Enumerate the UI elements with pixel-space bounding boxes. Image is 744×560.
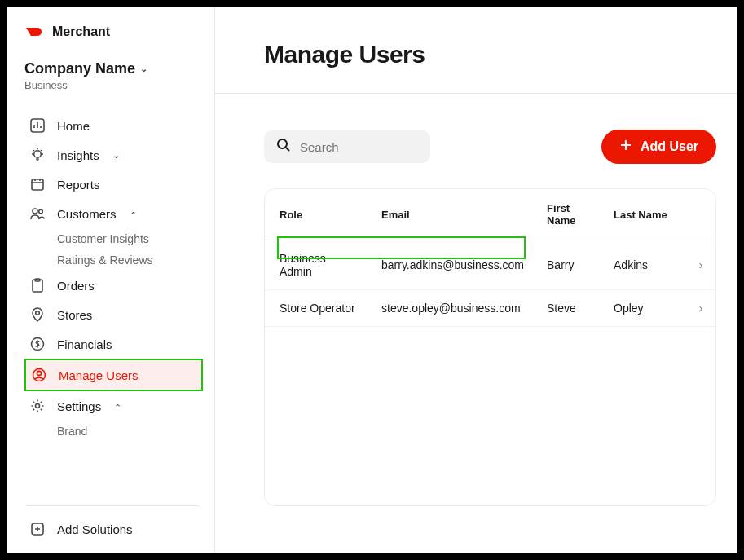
company-type-label: Business [24,79,214,91]
gear-icon [29,398,46,414]
sidebar-item-financials[interactable]: Financials [24,329,203,359]
svg-point-11 [36,404,40,408]
sidebar-sub-customers: Customer Insights Ratings & Reviews [24,228,214,271]
content: Add User Role Email First Name Last Name [215,94,737,521]
cell-email: barry.adkins@business.com [367,240,532,290]
table-header-email[interactable]: Email [367,189,532,240]
company-selector[interactable]: Company Name ⌄ Business [24,60,214,91]
button-label: Add User [641,139,698,154]
dollar-icon [29,336,46,352]
plus-square-icon [29,521,46,537]
add-user-button[interactable]: Add User [601,130,716,164]
table-row[interactable]: Store Operator steve.opley@business.com … [265,290,715,327]
brand-logo-icon [24,25,44,38]
sidebar-item-label: Orders [57,279,95,293]
toolbar: Add User [264,130,723,164]
clipboard-icon [29,277,46,293]
brand-label: Merchant [52,24,110,39]
search-input[interactable] [300,140,419,154]
page-header: Manage Users [215,7,737,94]
lightbulb-icon [29,147,46,163]
chevron-up-icon: ⌃ [114,403,121,413]
sidebar-item-insights[interactable]: Insights ⌄ [24,140,203,170]
sidebar-item-manage-users[interactable]: Manage Users [24,359,203,391]
svg-point-10 [37,371,41,375]
sidebar-item-customer-insights[interactable]: Customer Insights [57,228,214,249]
cell-role: Business Admin [265,240,367,290]
sidebar-sub-settings: Brand [24,421,214,442]
cell-last-name: Adkins [599,240,680,290]
company-name-label: Company Name [24,60,135,77]
main: Manage Users Add User [215,7,737,553]
row-expand-icon[interactable]: › [680,240,715,290]
user-circle-icon [31,367,47,383]
sidebar-item-home[interactable]: Home [24,111,203,140]
cell-first-name: Barry [532,240,599,290]
chevron-down-icon: ⌄ [140,64,147,74]
sidebar-item-label: Customers [57,207,117,221]
sidebar-item-label: Settings [57,399,101,413]
chevron-up-icon: ⌃ [130,210,137,221]
page-title: Manage Users [264,41,689,68]
sidebar-item-label: Stores [57,308,92,322]
svg-point-1 [34,151,42,158]
chevron-right-icon: › [699,302,703,315]
svg-point-13 [278,139,287,148]
calendar-icon [29,176,46,192]
nav: Home Insights ⌄ Reports [24,111,214,553]
sidebar-item-label: Manage Users [59,368,139,382]
cell-last-name: Opley [599,290,680,327]
brand: Merchant [24,24,214,39]
sidebar-item-label: Reports [57,178,100,192]
chevron-right-icon: › [699,258,703,271]
cell-first-name: Steve [532,290,599,327]
table-row[interactable]: Business Admin barry.adkins@business.com… [265,240,715,290]
table-header-last-name[interactable]: Last Name [599,189,680,240]
users-table: Role Email First Name Last Name Business… [265,189,715,327]
cell-role: Store Operator [265,290,367,327]
sidebar-item-label: Financials [57,337,112,351]
table-header-first-name[interactable]: First Name [532,189,599,240]
sidebar-item-orders[interactable]: Orders [24,271,203,300]
cell-email: steve.opley@business.com [367,290,532,327]
sidebar-item-customers[interactable]: Customers ⌃ [24,199,203,228]
svg-point-3 [33,209,37,214]
sidebar-item-settings[interactable]: Settings ⌃ [24,391,203,421]
chevron-down-icon: ⌄ [112,150,120,161]
sidebar-item-label: Insights [57,148,99,162]
sidebar-item-stores[interactable]: Stores [24,300,203,329]
table-header-role[interactable]: Role [265,189,367,240]
svg-point-7 [36,311,40,315]
sidebar-item-brand[interactable]: Brand [57,421,214,442]
row-expand-icon[interactable]: › [680,290,715,327]
search-icon [275,137,292,157]
plus-icon [619,139,632,155]
users-table-card: Role Email First Name Last Name Business… [264,188,716,506]
sidebar-item-add-solutions[interactable]: Add Solutions [24,506,214,553]
sidebar-item-label: Add Solutions [57,523,133,536]
people-icon [29,205,46,222]
sidebar-item-reports[interactable]: Reports [24,170,203,199]
sidebar-item-label: Home [57,119,90,133]
chart-icon [29,117,46,134]
sidebar: Merchant Company Name ⌄ Business Home [7,7,215,553]
location-pin-icon [29,306,46,323]
search-box[interactable] [264,130,430,163]
svg-rect-2 [32,179,43,190]
sidebar-item-ratings-reviews[interactable]: Ratings & Reviews [57,249,214,271]
svg-point-4 [39,209,43,214]
